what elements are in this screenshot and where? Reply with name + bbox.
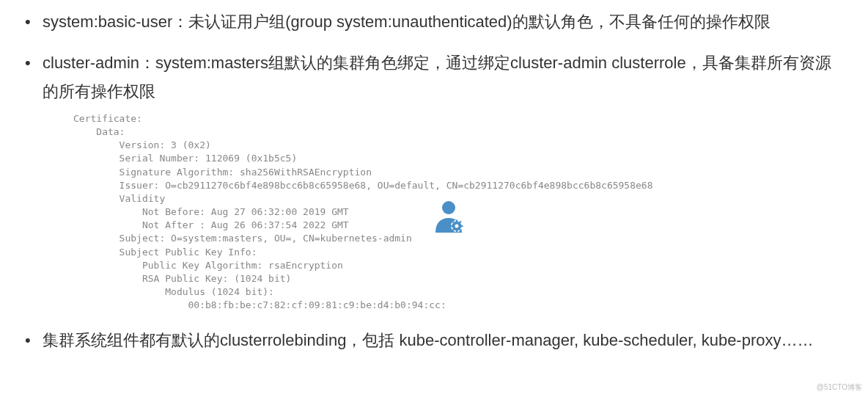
bullet-text: system:basic-user：未认证用户组(group system:un… xyxy=(43,12,770,31)
bullet-text: cluster-admin：system:masters组默认的集群角色绑定，通… xyxy=(43,54,831,101)
user-gear-icon xyxy=(433,199,465,242)
bullet-item-basic-user: system:basic-user：未认证用户组(group system:un… xyxy=(22,7,846,37)
bullet-list: system:basic-user：未认证用户组(group system:un… xyxy=(22,7,846,354)
bullet-text: 集群系统组件都有默认的clusterrolebinding，包括 kube-co… xyxy=(43,331,814,349)
svg-rect-7 xyxy=(461,225,463,227)
svg-rect-5 xyxy=(456,230,457,232)
certificate-block: Certificate: Data: Version: 3 (0x2) Seri… xyxy=(73,112,846,313)
svg-point-3 xyxy=(455,224,459,227)
svg-rect-6 xyxy=(451,225,453,227)
bullet-item-components: 集群系统组件都有默认的clusterrolebinding，包括 kube-co… xyxy=(22,326,846,355)
svg-point-0 xyxy=(442,201,455,214)
svg-rect-4 xyxy=(456,219,457,222)
bullet-item-cluster-admin: cluster-admin：system:masters组默认的集群角色绑定，通… xyxy=(22,48,846,313)
